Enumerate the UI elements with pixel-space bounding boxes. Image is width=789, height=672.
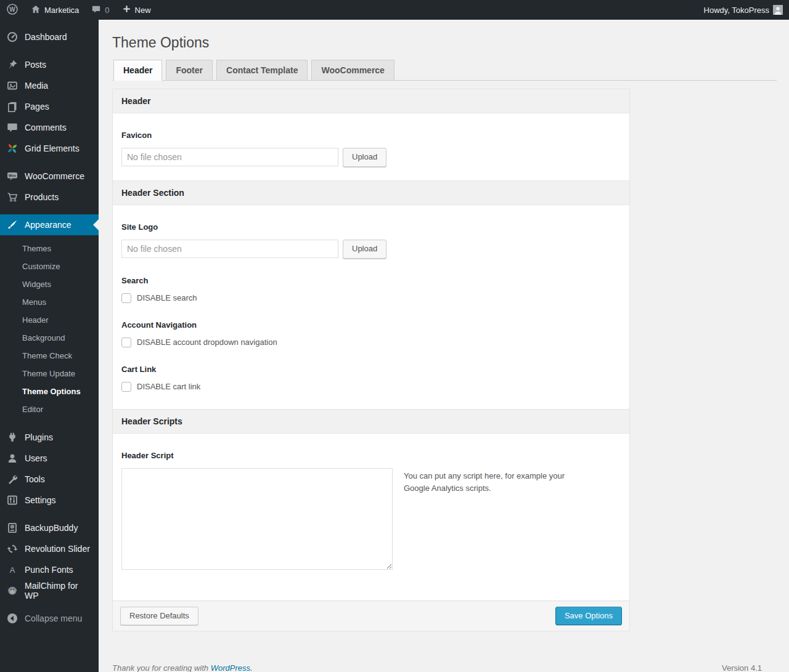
panel-footer: Restore Defaults Save Options: [113, 601, 629, 631]
dashboard-icon: [6, 31, 18, 43]
sidebar-item-label: Revolution Slider: [25, 544, 90, 554]
wordpress-logo-icon: W: [6, 3, 18, 17]
submenu-item-theme-update[interactable]: Theme Update: [0, 365, 99, 383]
plus-icon: [122, 4, 131, 15]
save-options-button[interactable]: Save Options: [555, 607, 622, 626]
sidebar-item-pages[interactable]: Pages: [0, 96, 99, 117]
disable-search-checkbox[interactable]: [121, 293, 131, 303]
cart-link-label: Cart Link: [121, 365, 621, 374]
comment-bubble-icon: [91, 4, 101, 16]
new-label: New: [135, 6, 151, 15]
collapse-arrow-icon: [6, 612, 18, 625]
submenu-item-background[interactable]: Background: [0, 329, 99, 347]
disable-cart-link-checkbox[interactable]: [121, 382, 131, 392]
section-header: Header: [113, 89, 629, 113]
sidebar-item-label: Appearance: [25, 220, 72, 230]
sidebar-item-settings[interactable]: Settings: [0, 490, 99, 511]
submenu-item-themes[interactable]: Themes: [0, 240, 99, 257]
monkey-icon: [6, 585, 18, 597]
sidebar-item-label: Posts: [25, 60, 46, 70]
submenu-item-menus[interactable]: Menus: [0, 293, 99, 311]
sidebar-item-grid-elements[interactable]: Grid Elements: [0, 138, 99, 159]
tab-woocommerce[interactable]: WooCommerce: [311, 60, 394, 81]
submenu-item-header[interactable]: Header: [0, 311, 99, 329]
disable-search-checkbox-label[interactable]: DISABLE search: [137, 293, 197, 302]
submenu-item-theme-options[interactable]: Theme Options: [0, 383, 99, 400]
favicon-file-input[interactable]: [121, 148, 338, 166]
sidebar-item-products[interactable]: Products: [0, 187, 99, 208]
disable-cart-link-checkbox-label[interactable]: DISABLE cart link: [137, 382, 200, 391]
grid-elements-icon: [6, 142, 18, 155]
paintbrush-icon: [6, 219, 18, 231]
svg-text:Woo: Woo: [9, 174, 17, 177]
tab-header[interactable]: Header: [113, 60, 162, 81]
sidebar-item-appearance[interactable]: Appearance: [0, 214, 99, 235]
submenu-item-theme-check[interactable]: Theme Check: [0, 347, 99, 365]
sidebar-item-label: Comments: [25, 123, 67, 132]
site-name: Marketica: [44, 6, 79, 15]
sidebar-item-posts[interactable]: Posts: [0, 54, 99, 75]
sidebar-item-label: WooCommerce: [25, 171, 84, 181]
sidebar-item-label: Products: [25, 192, 59, 202]
woocommerce-badge-icon: Woo: [6, 170, 18, 182]
comments-shortcut[interactable]: 0: [85, 0, 115, 20]
disable-account-nav-checkbox-label[interactable]: DISABLE account dropdown navigation: [137, 338, 277, 347]
sidebar-item-label: Pages: [25, 102, 49, 111]
wordpress-link[interactable]: WordPress.: [211, 663, 253, 672]
sidebar-item-comments[interactable]: Comments: [0, 117, 99, 138]
sidebar-item-label: Users: [25, 453, 47, 463]
sidebar-item-woocommerce[interactable]: Woo WooCommerce: [0, 166, 99, 187]
account-navigation-label: Account Navigation: [121, 320, 621, 330]
section-header-section: Header Section: [113, 180, 629, 205]
site-logo-upload-button[interactable]: Upload: [343, 240, 386, 259]
svg-text:W: W: [9, 6, 15, 12]
favicon-upload-button[interactable]: Upload: [343, 148, 386, 167]
collapse-menu-button[interactable]: Collapse menu: [0, 608, 99, 629]
site-logo-file-input[interactable]: [121, 240, 338, 258]
site-logo-label: Site Logo: [121, 222, 621, 232]
section-title: Header Section: [121, 188, 184, 198]
tab-footer[interactable]: Footer: [166, 60, 213, 81]
sidebar-item-label: Plugins: [25, 432, 53, 442]
sidebar-item-label: Media: [25, 81, 48, 91]
sidebar-item-mailchimp[interactable]: MailChimp for WP: [0, 580, 99, 601]
new-content-menu[interactable]: New: [116, 0, 157, 20]
account-menu[interactable]: Howdy, TokoPress: [698, 0, 789, 20]
pushpin-icon: [6, 59, 18, 71]
wrench-icon: [6, 473, 18, 485]
sidebar-item-plugins[interactable]: Plugins: [0, 427, 99, 448]
restore-defaults-button[interactable]: Restore Defaults: [120, 607, 198, 626]
sidebar-item-punch-fonts[interactable]: A Punch Fonts: [0, 559, 99, 580]
sidebar-item-media[interactable]: Media: [0, 75, 99, 96]
appearance-submenu: Themes Customize Widgets Menus Header Ba…: [0, 235, 99, 427]
version-text: Version 4.1: [722, 663, 762, 672]
tab-contact-template[interactable]: Contact Template: [216, 60, 308, 81]
letter-a-icon: A: [6, 564, 18, 576]
submenu-item-editor[interactable]: Editor: [0, 400, 99, 418]
header-script-textarea[interactable]: [121, 468, 393, 570]
user-icon: [6, 452, 18, 464]
sidebar-item-label: Tools: [25, 474, 45, 484]
sidebar-item-dashboard[interactable]: Dashboard: [0, 26, 99, 47]
sidebar-item-revolution-slider[interactable]: Revolution Slider: [0, 538, 99, 559]
sidebar-item-label: Settings: [25, 495, 56, 505]
submenu-item-customize[interactable]: Customize: [0, 257, 99, 275]
header-script-description: You can put any script here, for example…: [404, 468, 592, 570]
sidebar-item-label: Collapse menu: [25, 613, 82, 623]
search-label: Search: [121, 276, 621, 285]
svg-text:A: A: [10, 565, 15, 575]
submenu-item-widgets[interactable]: Widgets: [0, 275, 99, 293]
sidebar-item-label: MailChimp for WP: [25, 581, 92, 601]
admin-bar: W Marketica 0 New Howdy, TokoPress: [0, 0, 789, 20]
rotate-arrows-icon: [6, 543, 18, 555]
section-title: Header: [121, 96, 150, 106]
cart-icon: [6, 191, 18, 203]
disable-account-nav-checkbox[interactable]: [121, 338, 131, 347]
sidebar-item-users[interactable]: Users: [0, 448, 99, 469]
section-title: Header Scripts: [121, 416, 182, 426]
site-link[interactable]: Marketica: [25, 0, 85, 20]
sidebar-item-tools[interactable]: Tools: [0, 469, 99, 490]
page-footer: Thank you for creating with WordPress. V…: [112, 663, 769, 672]
wordpress-menu[interactable]: W: [0, 0, 25, 20]
sidebar-item-backupbuddy[interactable]: BackupBuddy: [0, 517, 99, 538]
